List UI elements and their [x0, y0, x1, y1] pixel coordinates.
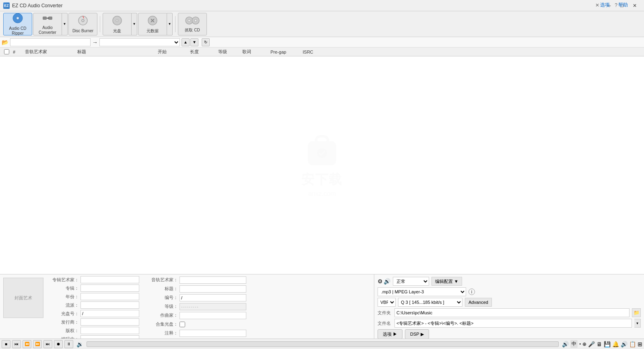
comment-input[interactable]	[180, 330, 246, 337]
address-dropdown[interactable]	[99, 38, 180, 46]
audio-converter-arrow[interactable]: ▼	[62, 13, 68, 35]
stop-button[interactable]: ■	[2, 340, 10, 348]
filename-input[interactable]	[394, 319, 632, 328]
vbr-select[interactable]: VBR	[378, 298, 396, 307]
address-folder-icon[interactable]: 📂	[2, 39, 8, 46]
genre-input[interactable]	[80, 301, 139, 309]
filename-dropdown-button[interactable]: ▼	[634, 319, 641, 328]
nav-refresh-button[interactable]: ↻	[202, 38, 210, 46]
tray-volume-icon: 🔊	[621, 341, 627, 347]
audio-cd-ripper-button[interactable]: Audio CD Ripper	[3, 13, 32, 35]
track-num-input[interactable]	[180, 294, 246, 301]
select-all-checkbox[interactable]	[4, 49, 9, 54]
yuandisc-icon	[147, 15, 158, 27]
filename-label: 文件名	[378, 320, 392, 326]
prev-track-button[interactable]: ⏮	[12, 340, 21, 348]
format-panel: ⚙ 🔊 正常 编辑配置 ▼ .mp3 | MPEG Layer-3 i VBR …	[374, 274, 644, 339]
options-menu[interactable]: ✕ 选项	[595, 2, 610, 8]
close-button[interactable]: ✕	[629, 2, 641, 10]
next-button[interactable]: ⏩	[33, 340, 42, 348]
composer-track-input[interactable]	[180, 312, 246, 319]
disc-burner-label: Disc Burner	[72, 29, 93, 33]
publisher-input[interactable]	[80, 318, 139, 326]
audio-converter-button[interactable]: Audio Converter	[33, 13, 62, 35]
comment-label: 注释：	[146, 330, 178, 336]
disc-burner-button[interactable]: Disc Burner	[68, 13, 97, 35]
watermark-bag-icon	[304, 133, 340, 169]
compilation-checkbox[interactable]	[180, 322, 185, 327]
ripcd-label: 抓取 CD	[185, 28, 200, 33]
prev-button[interactable]: ⏪	[23, 340, 31, 348]
meta-col-album: 专辑艺术家： 专辑： 年份： 流派： 光盘号：	[47, 276, 139, 337]
tray-clipboard-icon: 📋	[629, 341, 636, 347]
track-artist-label: 音轨艺术家：	[146, 277, 178, 283]
tray-monitor-icon: 🖥	[597, 341, 602, 347]
meta-row-rating: 等级： ·········	[146, 303, 246, 310]
address-input[interactable]	[10, 38, 91, 46]
folder-input[interactable]	[394, 308, 630, 317]
nav-up-button[interactable]: ▲	[182, 38, 190, 46]
dsp-btn[interactable]: DSP ▶	[405, 329, 429, 339]
record-button[interactable]: ⏺	[54, 340, 63, 348]
mode-select[interactable]: 正常	[393, 277, 429, 286]
tray-plus-icon: ⊕	[582, 341, 586, 347]
guangpan-button[interactable]: 光盘	[103, 13, 132, 35]
publisher-label: 发行商：	[47, 319, 79, 325]
volume-high-icon: 🔊	[562, 341, 569, 347]
nav-down-button[interactable]: ▼	[190, 38, 198, 46]
album-artist-input[interactable]	[80, 276, 139, 283]
meta-row-comment: 注释：	[146, 329, 246, 337]
format-info-icon[interactable]: i	[469, 289, 475, 295]
help-menu[interactable]: ? 帮助	[615, 2, 628, 8]
track-title-input[interactable]	[180, 285, 246, 293]
copyright-input[interactable]	[80, 327, 139, 334]
options-label: 选项	[600, 2, 610, 8]
advanced-button[interactable]: Advanced	[465, 298, 492, 307]
col-check-header	[2, 49, 11, 54]
meta-row-album: 专辑：	[47, 285, 139, 292]
meta-row-composer-track: 作曲家：	[146, 312, 246, 319]
track-num-label: 编号：	[146, 295, 178, 301]
format-select[interactable]: .mp3 | MPEG Layer-3	[378, 287, 466, 296]
volume-icon: 🔉	[76, 341, 83, 347]
year-input[interactable]	[80, 293, 139, 300]
svg-point-11	[117, 20, 118, 21]
quality-select[interactable]: Q 3 [ 145...185 kbit/s ]	[398, 298, 462, 307]
meta-row-track-title: 标题：	[146, 285, 246, 293]
album-input[interactable]	[80, 285, 139, 292]
guangpan-label: 光盘	[113, 29, 121, 33]
format-mode-row: ⚙ 🔊 正常 编辑配置 ▼	[378, 277, 641, 286]
meta-row-copyright: 版权：	[47, 327, 139, 334]
col-isrc-header: ISRC	[301, 50, 349, 54]
guangpan-icon	[111, 15, 123, 27]
format-select-row: .mp3 | MPEG Layer-3 i	[378, 287, 641, 296]
pause-button[interactable]: ⏸	[64, 340, 73, 348]
nav-buttons: ▲ ▼ ↻	[182, 38, 210, 46]
yuandisc-arrow[interactable]: ▼	[167, 13, 173, 35]
tray-save-icon: 💾	[604, 341, 611, 347]
audio-converter-group: Audio Converter ▼	[33, 13, 68, 35]
track-artist-input[interactable]	[180, 276, 246, 284]
meta-row-discnum: 光盘号：	[47, 310, 139, 317]
rating-dots: ·········	[180, 303, 246, 310]
ripcd-button[interactable]: 抓取 CD	[178, 13, 207, 35]
options-btn[interactable]: 选项 ▶	[378, 329, 402, 339]
title-bar: EZ EZ CD Audio Converter ─ □ ✕	[0, 0, 644, 11]
metadata-panel: 封面艺术 专辑艺术家： 专辑： 年份： 流派：	[0, 274, 374, 339]
next-track-button[interactable]: ⏭	[43, 340, 52, 348]
audio-converter-label: Audio Converter	[35, 25, 60, 35]
audio-converter-icon	[42, 13, 53, 24]
album-label: 专辑：	[47, 285, 79, 291]
system-tray: 中 • ⊕ 🎤 🖥 💾 🔔 🔊 📋 ⊞	[570, 340, 642, 348]
browse-folder-button[interactable]: 📁	[632, 308, 641, 317]
svg-point-17	[194, 19, 197, 22]
guangpan-arrow[interactable]: ▼	[132, 13, 137, 35]
composer-input[interactable]	[80, 335, 139, 339]
transport-bar: ■ ⏮ ⏪ ⏩ ⏭ ⏺ ⏸ 🔉 🔊 中 • ⊕ 🎤 🖥 💾 🔔 🔊 📋 ⊞	[0, 339, 644, 349]
yuandisc-button[interactable]: 元数据	[138, 13, 167, 35]
composer-track-label: 作曲家：	[146, 312, 178, 318]
discnum-input[interactable]	[80, 310, 139, 317]
seek-bar[interactable]	[87, 341, 559, 347]
tray-mic-icon: 🎤	[588, 341, 595, 347]
config-button[interactable]: 编辑配置 ▼	[431, 277, 462, 286]
